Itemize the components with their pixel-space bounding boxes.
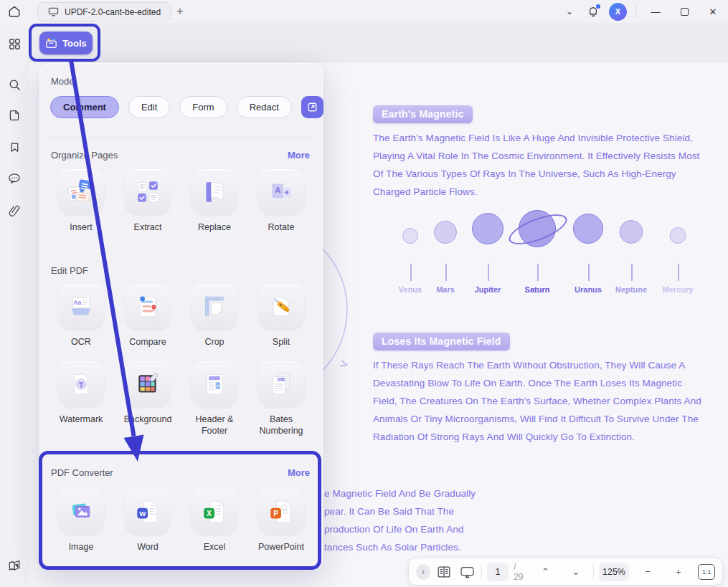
divider [50, 137, 312, 138]
tool-replace[interactable]: Replace [183, 169, 246, 233]
maximize-icon[interactable] [673, 2, 695, 21]
zoom-out-icon[interactable]: − [640, 566, 656, 577]
pdf-converter-title: PDF Converter [51, 467, 113, 478]
planet-tick [631, 264, 633, 281]
tool-ocr[interactable]: Aa OCR [49, 284, 113, 348]
background-icon [134, 371, 161, 398]
apps-grid-icon[interactable] [6, 35, 23, 52]
tool-crop[interactable]: Crop [183, 284, 246, 348]
tile-label: Crop [204, 336, 224, 348]
tile-label: Image [69, 541, 94, 553]
planet-circle [472, 213, 504, 244]
insert-pages-icon [67, 178, 95, 206]
paragraph-line: Playing A Vital Role In The Cosmic Envir… [373, 151, 699, 161]
comments-icon[interactable] [6, 170, 23, 187]
tile-label: Bates Numbering [250, 414, 313, 436]
zoom-in-icon[interactable]: ＋ [671, 565, 686, 578]
organize-pages-more-link[interactable]: More [288, 150, 310, 161]
mode-button-redact[interactable]: Redact [237, 96, 292, 118]
bates-numbering-icon: 000123 [268, 371, 295, 398]
mode-button-edit[interactable]: Edit [128, 96, 170, 118]
actual-size-icon[interactable]: 1:1 [698, 564, 715, 580]
planet-circle [620, 220, 643, 244]
tile-label: Header & Footer [183, 414, 246, 436]
tool-background[interactable]: Background [116, 361, 179, 436]
open-in-new-window-icon[interactable] [301, 96, 323, 118]
clipped-paragraph-line: pear. It Can Be Said That The [324, 506, 454, 517]
bell-icon[interactable] [585, 3, 602, 20]
notification-dot [596, 4, 600, 9]
tool-watermark[interactable]: Watermark [49, 361, 113, 436]
minimize-icon[interactable]: — [645, 2, 666, 21]
mode-section-title: Mode [51, 76, 75, 87]
word-convert-icon: W [134, 498, 161, 525]
tools-button-label: Tools [62, 38, 87, 49]
clipped-paragraph-line: production Of Life On Earth And [324, 524, 463, 535]
page-thumbnails-icon[interactable] [6, 107, 23, 124]
page-number-input[interactable]: 1 [487, 563, 509, 581]
tool-convert-excel[interactable]: X Excel [183, 489, 246, 553]
paragraph-line: Field, The Creatures On The Earth's Surf… [373, 396, 701, 406]
split-icon [268, 293, 295, 320]
svg-text:X: X [207, 510, 212, 517]
chevron-down-icon[interactable]: ⌄ [562, 6, 577, 16]
presentation-icon[interactable] [458, 563, 476, 581]
tools-panel: Mode Comment Edit Form Redact Organize P… [39, 63, 323, 570]
two-page-view-icon[interactable] [435, 563, 453, 581]
mode-button-comment[interactable]: Comment [50, 96, 119, 118]
page-up-icon[interactable]: ⌃ [538, 566, 554, 577]
organize-pages-title: Organize Pages [51, 150, 118, 161]
tile-label: Watermark [60, 414, 103, 425]
close-icon[interactable]: ✕ [702, 2, 724, 21]
planet-circle [519, 210, 556, 247]
image-convert-icon [67, 498, 95, 525]
tool-convert-word[interactable]: W Word [116, 489, 179, 553]
main-toolbar [0, 23, 728, 62]
attachments-icon[interactable] [6, 201, 23, 219]
tool-split[interactable]: Split [250, 284, 313, 348]
pdf-converter-more-link[interactable]: More [288, 467, 310, 478]
search-icon[interactable] [6, 76, 23, 93]
ocr-icon: Aa [67, 293, 95, 320]
divider [593, 565, 594, 579]
zoom-level-value[interactable]: 125% [599, 563, 630, 581]
tools-button[interactable]: Tools [39, 32, 93, 54]
paragraph-line: Devastating Blow To Life On Earth. Once … [373, 378, 682, 388]
tile-label: Replace [198, 221, 231, 233]
crop-icon [201, 293, 228, 320]
mode-button-form[interactable]: Form [179, 96, 227, 118]
svg-text:A: A [275, 186, 280, 194]
powerpoint-convert-icon: P [268, 498, 295, 525]
paragraph-line: Of The Various Types Of Rays In The Univ… [373, 168, 676, 179]
reader-mode-icon[interactable] [6, 558, 23, 575]
compare-icon [134, 293, 161, 320]
home-icon[interactable] [6, 3, 23, 20]
excel-convert-icon: X [201, 498, 228, 525]
clipped-paragraph-line: tances Such As Solar Particles. [324, 542, 461, 553]
divider [635, 5, 636, 18]
expand-panel-icon[interactable]: › [416, 564, 430, 580]
tool-convert-image[interactable]: Image [49, 489, 113, 553]
bookmark-icon[interactable] [6, 138, 23, 156]
planet-label: Mercury [647, 285, 709, 294]
tool-extract[interactable]: Extract [116, 169, 179, 233]
clipped-paragraph-line: e Magnetic Field And Be Gradually [324, 488, 476, 499]
paragraph-line: The Earth's Magnetic Field Is Like A Hug… [373, 133, 693, 143]
avatar[interactable]: X [609, 3, 627, 21]
tool-rotate[interactable]: A Rotate [250, 169, 313, 233]
tool-convert-powerpoint[interactable]: P PowerPoint [250, 489, 313, 553]
tile-label: Background [124, 414, 172, 425]
left-sidebar [0, 23, 29, 587]
tool-compare[interactable]: Compare [116, 284, 179, 348]
new-tab-icon[interactable]: + [172, 4, 188, 19]
document-tab[interactable]: UPDF-2.0-cant-be-edited [37, 2, 171, 22]
tool-bates-numbering[interactable]: 000123 Bates Numbering [250, 361, 313, 436]
tool-insert[interactable]: Insert [49, 169, 113, 233]
tile-label: Extract [134, 221, 162, 233]
mode-buttons: Comment Edit Form Redact [50, 96, 323, 118]
heading-badge-earths-magnetic: Earth's Magnetic [373, 105, 473, 123]
planet-circle [434, 221, 457, 244]
tool-header-footer[interactable]: Header & Footer [183, 361, 246, 436]
svg-text:000123: 000123 [278, 379, 285, 381]
page-down-icon[interactable]: ⌄ [568, 566, 584, 577]
